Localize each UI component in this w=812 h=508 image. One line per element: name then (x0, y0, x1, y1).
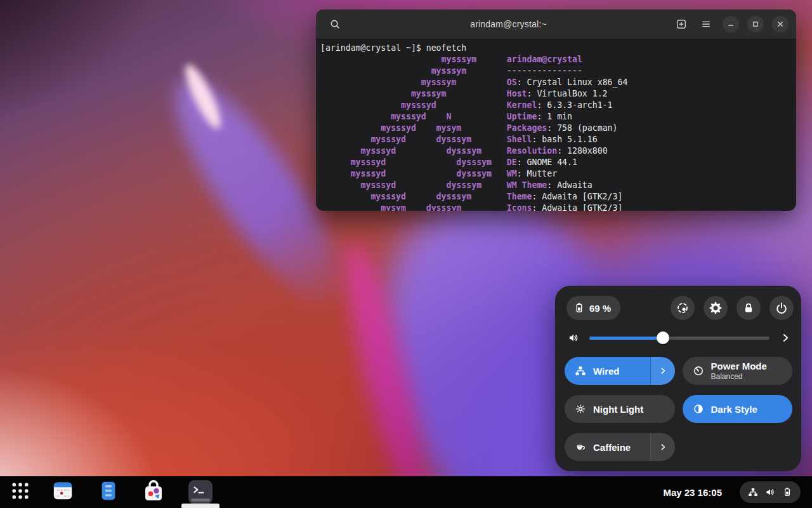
desktop: arindam@crystal:~ [arindam@crystal ~]$ n… (0, 0, 812, 508)
system-tray[interactable] (740, 481, 801, 503)
clock[interactable]: May 23 16:05 (663, 487, 722, 498)
network-wired-icon (748, 487, 758, 497)
quick-settings-panel: 69 % WiredPower ModeBalancedNight LightD… (555, 286, 801, 471)
toggle-dark-style[interactable]: Dark Style (683, 395, 793, 423)
toggle-caffeine-expand-button[interactable] (650, 433, 675, 461)
minimize-button[interactable] (723, 16, 739, 32)
volume-row (555, 320, 801, 345)
close-button[interactable] (772, 16, 789, 32)
dock-app-grid-button[interactable] (8, 480, 32, 504)
menu-icon (701, 19, 711, 29)
screenshot-button[interactable] (671, 296, 695, 320)
software-icon (142, 480, 165, 505)
toggle-night-light[interactable]: Night Light (565, 395, 675, 423)
taskbar-right: May 23 16:05 (663, 476, 801, 508)
dock-software-button[interactable] (141, 480, 166, 504)
dark-style-icon (693, 403, 704, 415)
toggle-label: Caffeine (593, 442, 631, 453)
search-icon (329, 18, 341, 30)
wired-icon (575, 365, 586, 377)
settings-button[interactable] (704, 296, 728, 320)
screenshot-icon (676, 302, 689, 314)
volume-icon (568, 332, 579, 344)
battery-icon (782, 487, 792, 497)
terminal-window: arindam@crystal:~ [arindam@crystal ~]$ n… (316, 10, 796, 211)
battery-indicator[interactable]: 69 % (566, 296, 620, 320)
dock-calendar-button[interactable] (51, 480, 75, 504)
night-light-icon (575, 403, 586, 415)
dock-tasks-button[interactable] (96, 480, 121, 504)
toggle-subtitle: Balanced (711, 372, 767, 381)
tasks-icon (98, 480, 119, 504)
toggle-caffeine[interactable]: Caffeine (565, 433, 675, 461)
power-button[interactable] (769, 296, 794, 320)
terminal-titlebar[interactable]: arindam@crystal:~ (316, 10, 796, 39)
toggle-label: Night Light (593, 404, 643, 415)
chevron-right-icon (658, 366, 667, 375)
terminal-content[interactable]: [arindam@crystal ~]$ neofetch mysssym ar… (316, 39, 796, 211)
toggle-label: Power Mode (711, 361, 767, 372)
terminal-title: arindam@crystal:~ (344, 19, 673, 29)
toggle-label: Wired (593, 366, 620, 377)
battery-percent-label: 69 % (589, 303, 611, 314)
caffeine-icon (575, 441, 586, 453)
toggle-wired-expand-button[interactable] (650, 357, 675, 385)
lock-button[interactable] (737, 296, 761, 320)
quick-settings-top-row: 69 % (555, 286, 801, 320)
new-tab-icon (676, 19, 686, 29)
chevron-right-icon (658, 443, 667, 451)
settings-icon (709, 302, 722, 314)
maximize-button[interactable] (747, 16, 764, 32)
power-icon (775, 302, 788, 314)
new-tab-button[interactable] (673, 16, 690, 32)
running-app-indicator (181, 504, 219, 508)
power-mode-icon (693, 365, 704, 377)
dock-console-button[interactable] (188, 480, 213, 504)
toggle-label: Dark Style (711, 404, 757, 415)
minimize-icon (726, 19, 736, 29)
volume-slider-fill (589, 337, 663, 340)
toggle-wired[interactable]: Wired (565, 357, 675, 385)
console-icon (188, 480, 213, 507)
battery-icon (573, 302, 585, 314)
app-grid-icon (11, 481, 30, 503)
menu-button[interactable] (698, 16, 714, 32)
volume-expand-button[interactable] (780, 332, 791, 344)
taskbar: May 23 16:05 (0, 476, 812, 508)
terminal-search-button[interactable] (326, 15, 344, 33)
close-icon (775, 19, 785, 29)
volume-slider[interactable] (589, 331, 769, 344)
volume-icon (765, 487, 775, 497)
calendar-icon (52, 480, 74, 504)
maximize-icon (750, 19, 761, 29)
volume-slider-knob[interactable] (657, 331, 669, 344)
toggle-power-mode[interactable]: Power ModeBalanced (683, 357, 793, 385)
lock-icon (742, 302, 755, 314)
